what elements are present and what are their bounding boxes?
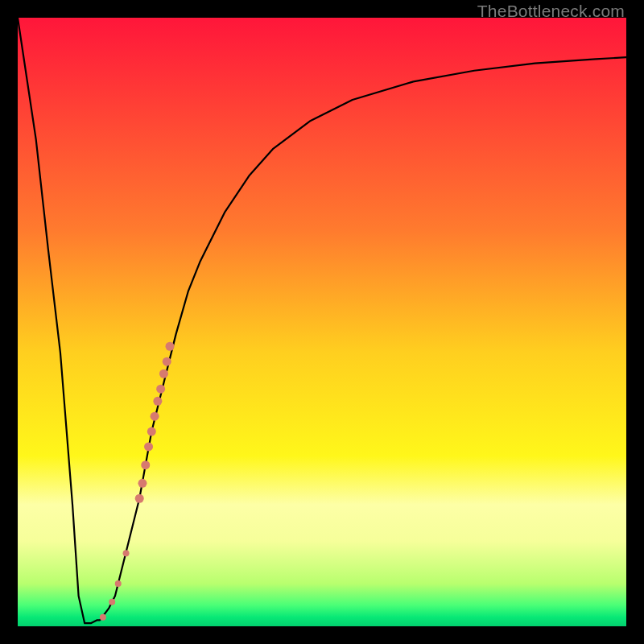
data-marker [159,369,168,378]
data-marker [135,494,144,503]
data-marker [138,479,147,488]
data-marker [144,442,153,451]
chart-plot-area [18,18,626,626]
data-marker [151,412,159,421]
data-marker [147,427,156,436]
data-marker [163,357,171,366]
data-marker [109,599,115,605]
data-marker [156,385,165,394]
chart-background-gradient [18,18,626,626]
bottleneck-chart [18,18,626,626]
data-marker [100,614,106,621]
data-marker [153,397,162,406]
data-marker [141,460,150,469]
data-marker [166,342,175,351]
chart-frame: TheBottleneck.com [0,0,644,644]
data-marker [123,550,130,556]
data-marker [115,580,122,587]
